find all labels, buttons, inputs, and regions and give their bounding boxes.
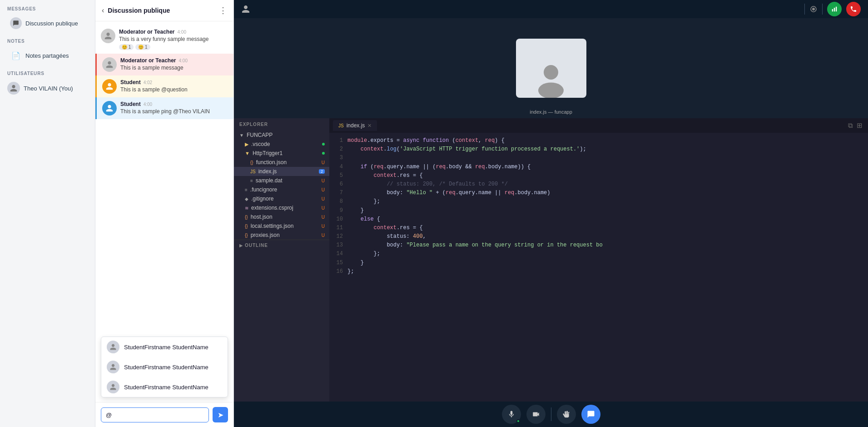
message-text: This is a sample ping @Theo VILAIN	[120, 108, 228, 115]
code-line: 1 module.exports = async function (conte…	[329, 136, 868, 145]
mention-name: StudentFirstname StudentName	[124, 364, 208, 371]
mention-item[interactable]: StudentFirstname StudentName	[101, 337, 228, 357]
mic-status-dot	[516, 419, 520, 423]
outline-label: OUTLINE	[245, 243, 268, 248]
svg-rect-4	[836, 7, 837, 12]
message-item[interactable]: Student 4:00 This is a sample ping @Theo…	[95, 97, 233, 119]
chat-panel: ‹ Discussion publique ⋮ Moderator or Tea…	[95, 0, 234, 427]
file-name: proxies.json	[251, 232, 280, 238]
code-line: 5 context.res = {	[329, 171, 868, 180]
avatar	[102, 79, 117, 94]
end-call-button[interactable]	[846, 2, 861, 16]
record-icon	[809, 5, 818, 13]
notes-label: Notes partagées	[25, 52, 69, 59]
camera-area: index.js — funcapp	[234, 18, 868, 118]
current-user-avatar	[7, 82, 20, 95]
dat-icon: ≡	[250, 178, 253, 183]
mention-avatar	[107, 341, 119, 353]
tree-item-funcignore[interactable]: ≡ .funcignore U	[234, 185, 329, 194]
tree-item-localsettings[interactable]: {} local.settings.json U	[234, 221, 329, 231]
back-button[interactable]: ‹	[102, 6, 104, 15]
svg-rect-2	[832, 9, 833, 11]
editor-tab-indexjs[interactable]: JS index.js ✕	[333, 120, 377, 131]
message-author: Student	[120, 79, 141, 85]
more-options-button[interactable]: ⋮	[219, 5, 227, 15]
message-item[interactable]: Moderator or Teacher 4:00 This is a very…	[95, 25, 233, 54]
current-user-item: Theo VILAIN (You)	[0, 79, 95, 98]
top-bar-right	[804, 2, 861, 16]
message-item[interactable]: Student 4:02 This is a sample @question	[95, 75, 233, 97]
badge-u: U	[322, 178, 325, 183]
right-panel: Teacher index.js — funcapp EXPLORER ▼ FU…	[234, 0, 868, 427]
send-button[interactable]: ➤	[213, 407, 228, 422]
tree-item-vscode[interactable]: ▶ .vscode	[234, 140, 329, 149]
outline-section[interactable]: ▶ OUTLINE	[234, 240, 329, 251]
raise-hand-button[interactable]	[557, 405, 576, 424]
tree-item-hostjson[interactable]: {} host.json U	[234, 212, 329, 221]
code-line: 6 // status: 200, /* Defaults to 200 */	[329, 180, 868, 189]
users-section-header: UTILISATEURS	[0, 65, 95, 79]
sidebar-item-notes[interactable]: 📄 Notes partagées	[3, 46, 92, 65]
message-text: This is a very funny sample message	[119, 36, 228, 42]
tab-close-button[interactable]: ✕	[367, 123, 372, 129]
folder-icon: ▼	[245, 151, 250, 156]
message-content: Moderator or Teacher 4:00 This is a very…	[119, 29, 228, 50]
svg-rect-3	[834, 8, 835, 11]
code-line: 14 };	[329, 250, 868, 258]
avatar	[102, 57, 117, 72]
badge-u: U	[322, 224, 325, 229]
code-line: 4 if (req.query.name || (req.body && req…	[329, 163, 868, 171]
bar-chart-button[interactable]	[827, 2, 842, 16]
badge-u: U	[322, 233, 325, 238]
editor-main: EXPLORER ▼ FUNCAPP ▶ .vscode ▼ HttpTrigg…	[234, 118, 868, 402]
split-editor-button[interactable]: ⧉	[848, 121, 853, 130]
mention-item[interactable]: StudentFirstname StudentName	[101, 377, 228, 397]
tree-item-sampledat[interactable]: ≡ sample.dat U	[234, 176, 329, 185]
message-time: 4:00	[144, 102, 152, 107]
svg-point-5	[544, 65, 558, 80]
file-name: function.json	[256, 159, 287, 166]
tree-item-functionjson[interactable]: {} function.json U	[234, 158, 329, 167]
tree-item-extensions[interactable]: ≋ extensions.csproj U	[234, 203, 329, 212]
message-reactions: 😊 1 😊 1	[119, 44, 228, 50]
message-time: 4:02	[144, 80, 152, 85]
code-line: 10 else {	[329, 215, 868, 224]
code-line: 16 };	[329, 267, 868, 276]
folder-icon: ▶	[245, 141, 248, 147]
tree-item-gitignore[interactable]: ◆ .gitignore U	[234, 194, 329, 203]
mention-avatar	[107, 361, 119, 373]
tree-item-httptrigger[interactable]: ▼ HttpTrigger1	[234, 149, 329, 158]
badge-u: U	[322, 215, 325, 220]
tree-item-proxiesjson[interactable]: {} proxies.json U	[234, 231, 329, 240]
reaction-badge[interactable]: 😊 1	[135, 44, 150, 50]
message-content: Moderator or Teacher 4:00 This is a samp…	[120, 57, 228, 71]
layout-button[interactable]: ⊞	[857, 121, 863, 130]
tab-label: index.js	[347, 122, 365, 129]
code-content: 1 module.exports = async function (conte…	[329, 133, 868, 280]
toggle-camera-button[interactable]	[526, 405, 546, 424]
ignore-icon: ≡	[245, 187, 248, 192]
chat-input-area: ➤	[95, 402, 233, 427]
reaction-badge[interactable]: 😊 1	[119, 44, 134, 50]
chat-toggle-button[interactable]	[581, 405, 600, 424]
avatar	[102, 101, 117, 116]
chat-header: ‹ Discussion publique ⋮	[95, 0, 233, 21]
file-explorer: EXPLORER ▼ FUNCAPP ▶ .vscode ▼ HttpTrigg…	[234, 118, 329, 402]
mention-item[interactable]: StudentFirstname StudentName	[101, 357, 228, 377]
chat-title: Discussion publique	[108, 7, 215, 14]
svg-point-1	[812, 8, 815, 10]
message-item[interactable]: Moderator or Teacher 4:00 This is a samp…	[95, 54, 233, 75]
badge-count: 2	[319, 169, 325, 174]
file-name: HttpTrigger1	[253, 150, 283, 156]
chat-input[interactable]	[101, 407, 209, 422]
file-name: .funcignore	[250, 186, 277, 193]
editor-area: EXPLORER ▼ FUNCAPP ▶ .vscode ▼ HttpTrigg…	[234, 118, 868, 402]
mention-name: StudentFirstname StudentName	[124, 344, 208, 351]
svg-point-6	[538, 82, 564, 98]
sidebar-item-discussion[interactable]: Discussion publique	[3, 14, 92, 32]
code-line: 9 }	[329, 206, 868, 215]
tree-item-indexjs[interactable]: JS index.js 2	[234, 167, 329, 176]
explorer-header: EXPLORER	[234, 118, 329, 131]
top-bar-left	[241, 5, 250, 14]
mute-microphone-button[interactable]	[502, 405, 521, 424]
